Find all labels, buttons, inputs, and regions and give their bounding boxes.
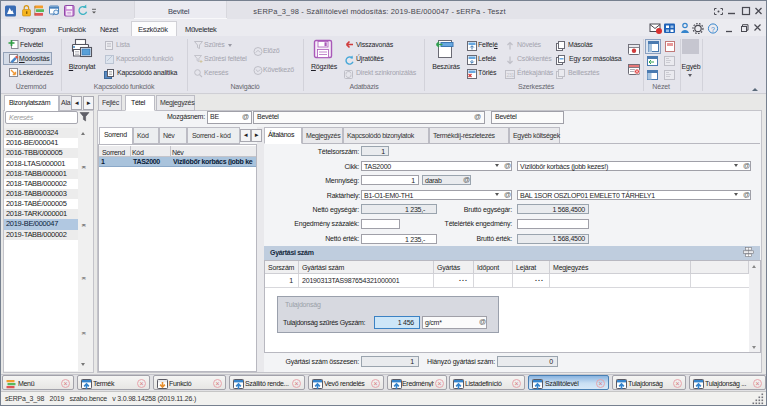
svg-text:?: ? xyxy=(711,26,715,33)
svg-text:231: 231 xyxy=(507,72,515,78)
